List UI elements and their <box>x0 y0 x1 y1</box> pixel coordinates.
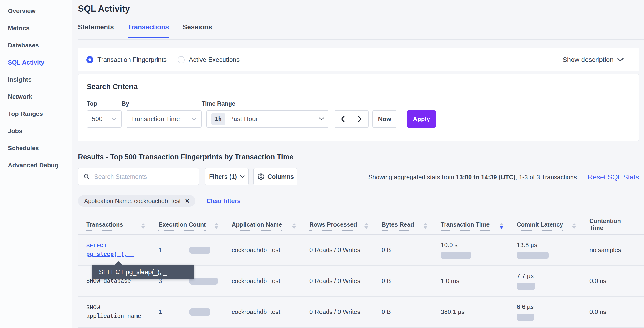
transaction-time-value: 380.1 µs <box>441 308 517 316</box>
time-range-select[interactable]: 1h Past Hour <box>206 110 329 128</box>
sidebar-item-top-ranges[interactable]: Top Ranges <box>0 105 72 122</box>
sidebar-item-network[interactable]: Network <box>0 88 72 105</box>
time-pager <box>334 110 369 128</box>
column-header-contention-time: Contention Time <box>590 218 644 234</box>
execution-count-value: 1 <box>158 308 190 316</box>
sort-icon[interactable] <box>500 223 504 229</box>
sort-icon[interactable] <box>572 223 576 229</box>
app-root: Overview Metrics Databases SQL Activity … <box>0 0 644 328</box>
chevron-down-icon <box>240 175 244 178</box>
execution-count-cell: 1 <box>158 246 232 254</box>
radio-transaction-fingerprints[interactable]: Transaction Fingerprints <box>86 56 166 64</box>
page-title: SQL Activity <box>78 4 130 14</box>
top-select-value: 500 <box>92 115 102 123</box>
column-label[interactable]: Rows Processed <box>309 221 357 231</box>
gear-icon <box>257 173 264 180</box>
radio-unchecked-icon[interactable] <box>178 56 185 63</box>
radio-checked-icon[interactable] <box>86 56 94 63</box>
apply-button[interactable]: Apply <box>407 110 436 128</box>
next-time-button[interactable] <box>351 111 368 127</box>
sort-icon[interactable] <box>292 223 296 229</box>
search-criteria-heading: Search Criteria <box>87 83 638 91</box>
remove-filter-icon[interactable]: × <box>185 197 190 204</box>
previous-time-button[interactable] <box>334 111 351 127</box>
tab-bar: Statements Transactions Sessions <box>78 23 212 38</box>
aggregated-stats-text: Showing aggregated stats from 13:00 to 1… <box>368 168 577 186</box>
clear-filters-link[interactable]: Clear filters <box>206 197 240 205</box>
by-field: By Transaction Time <box>122 100 202 128</box>
time-range-badge: 1h <box>212 113 225 125</box>
sort-icon[interactable] <box>141 223 145 229</box>
column-label[interactable]: Contention Time <box>590 218 627 234</box>
filters-label: Filters (1) <box>209 173 237 180</box>
table-row[interactable]: SELECT pg_sleep(_), _ 1 cockroachdb_test… <box>78 235 644 266</box>
statement-tooltip: SELECT pg_sleep(_), _ <box>92 265 194 279</box>
sidebar: Overview Metrics Databases SQL Activity … <box>0 0 72 328</box>
main-content: SQL Activity Statements Transactions Ses… <box>72 0 644 328</box>
show-description-label: Show description <box>563 56 614 64</box>
tab-sessions[interactable]: Sessions <box>183 23 212 38</box>
transaction-fingerprint-link[interactable]: SELECT pg_sleep(_), _ <box>86 243 134 258</box>
column-label[interactable]: Bytes Read <box>382 221 414 231</box>
by-label: By <box>122 100 202 107</box>
column-label[interactable]: Transactions <box>86 221 123 231</box>
filter-chip: Application Name: cockroachdb_test × <box>78 195 196 207</box>
stats-prefix: Showing aggregated stats from <box>368 173 456 181</box>
stats-suffix: , 1-3 of 3 Transactions <box>516 173 577 181</box>
filter-chip-label: Application Name: cockroachdb_test <box>84 197 181 204</box>
sort-icon[interactable] <box>214 223 218 229</box>
transaction-cell: SELECT pg_sleep(_), _ <box>78 242 147 259</box>
column-header-bytes-read: Bytes Read <box>382 221 441 231</box>
sidebar-item-sql-activity[interactable]: SQL Activity <box>0 54 72 71</box>
column-label[interactable]: Application Name <box>232 221 282 231</box>
transactions-table: Transactions Execution Count Application… <box>78 217 644 328</box>
transaction-time-cell: 380.1 µs <box>441 308 517 316</box>
execution-count-cell: 1 <box>158 308 232 316</box>
transaction-cell: SHOW application_name <box>78 304 147 321</box>
transaction-fingerprint-text[interactable]: SHOW application_name <box>86 305 141 320</box>
time-range-label: Time Range <box>202 100 329 107</box>
column-label[interactable]: Transaction Time <box>441 221 490 231</box>
reset-sql-stats-link[interactable]: Reset SQL Stats <box>588 168 639 186</box>
vertical-divider <box>582 167 582 187</box>
sidebar-item-metrics[interactable]: Metrics <box>0 19 72 37</box>
radio-active-executions[interactable]: Active Executions <box>178 56 240 64</box>
column-label[interactable]: Execution Count <box>158 221 206 231</box>
sidebar-item-schedules[interactable]: Schedules <box>0 140 72 157</box>
column-header-transaction-time: Transaction Time <box>441 221 517 231</box>
now-button[interactable]: Now <box>372 110 397 128</box>
show-description-toggle[interactable]: Show description <box>563 56 624 64</box>
search-input[interactable] <box>94 173 193 180</box>
filters-button[interactable]: Filters (1) <box>205 168 248 185</box>
radio-label: Active Executions <box>189 56 240 64</box>
column-label[interactable]: Commit Latency <box>517 221 563 231</box>
search-icon <box>84 173 90 180</box>
commit-latency-cell: 13.8 µs <box>517 241 590 259</box>
chevron-down-icon <box>111 117 116 121</box>
sidebar-item-jobs[interactable]: Jobs <box>0 122 72 140</box>
tab-transactions[interactable]: Transactions <box>128 23 169 38</box>
by-select[interactable]: Transaction Time <box>126 110 202 128</box>
transaction-time-cell: 1.0 ms <box>441 277 517 285</box>
sidebar-item-overview[interactable]: Overview <box>0 2 72 19</box>
application-name-cell: cockroachdb_test <box>232 308 309 316</box>
sort-icon[interactable] <box>424 223 427 229</box>
column-header-transactions: Transactions <box>78 221 158 231</box>
columns-button[interactable]: Columns <box>253 168 298 185</box>
tab-statements[interactable]: Statements <box>78 23 114 38</box>
contention-time-cell: 0.0 ns <box>590 277 644 285</box>
table-row[interactable]: SHOW application_name 1 cockroachdb_test… <box>78 297 644 328</box>
search-criteria-card: Search Criteria Top 500 By Transaction T… <box>78 74 639 141</box>
chevron-left-icon <box>340 116 345 122</box>
sidebar-item-advanced-debug[interactable]: Advanced Debug <box>0 157 72 174</box>
search-criteria-controls: Top 500 By Transaction Time Time Range <box>87 100 436 128</box>
sidebar-item-databases[interactable]: Databases <box>0 37 72 54</box>
commit-latency-cell: 6.6 µs <box>517 303 590 321</box>
sidebar-item-insights[interactable]: Insights <box>0 71 72 88</box>
sort-icon[interactable] <box>364 223 368 229</box>
contention-time-cell: 0.0 ns <box>590 308 644 316</box>
column-header-execution-count: Execution Count <box>158 221 232 231</box>
top-select[interactable]: 500 <box>87 110 122 128</box>
radio-label: Transaction Fingerprints <box>98 56 166 64</box>
time-range-value: Past Hour <box>229 115 258 123</box>
